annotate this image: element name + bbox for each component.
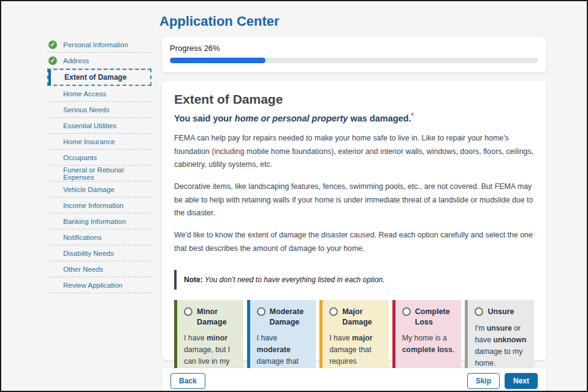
sidebar-item-label: Review Application bbox=[63, 282, 123, 289]
sidebar-item-label: Address bbox=[63, 57, 89, 64]
sidebar-item-vehicle-damage[interactable]: Vehicle Damage bbox=[47, 182, 151, 198]
sidebar-item-home-insurance[interactable]: Home Insurance bbox=[47, 134, 151, 150]
sidebar-item-other-needs[interactable]: Other Needs bbox=[47, 261, 151, 277]
option-description: My home is a complete loss. bbox=[402, 332, 455, 356]
footer-right-buttons: Skip Next bbox=[467, 373, 538, 389]
sidebar-item-funeral-or-reburial-expenses[interactable]: Funeral or Reburial Expenses bbox=[47, 166, 151, 182]
progress-panel: Progress 26% bbox=[162, 37, 546, 72]
radio-button-icon[interactable] bbox=[184, 307, 193, 316]
sidebar-item-label: Other Needs bbox=[63, 266, 103, 273]
back-button[interactable]: Back bbox=[170, 373, 205, 389]
sidebar-item-essential-utilities[interactable]: Essential Utilities bbox=[47, 118, 151, 134]
sidebar-item-home-access[interactable]: Home Access bbox=[47, 86, 151, 102]
radio-button-icon[interactable] bbox=[329, 307, 338, 316]
radio-button-icon[interactable] bbox=[402, 307, 411, 316]
application-window: Application Center ✓Personal Information… bbox=[0, 0, 588, 392]
sidebar-item-label: Home Insurance bbox=[63, 138, 115, 145]
paragraph: FEMA can help pay for repairs needed to … bbox=[174, 132, 534, 172]
sidebar-item-personal-information[interactable]: ✓Personal Information bbox=[47, 37, 151, 53]
option-header: Complete Loss bbox=[402, 307, 455, 327]
sidebar-item-label: Banking Information bbox=[63, 218, 126, 225]
page-title: Application Center bbox=[159, 13, 280, 29]
sidebar-item-label: Notifications bbox=[63, 234, 102, 241]
progress-bar-fill bbox=[170, 58, 265, 63]
paragraph: We'd like to know the extent of damage t… bbox=[174, 229, 534, 255]
required-asterisk: * bbox=[411, 112, 414, 119]
sidebar-item-extent-of-damage[interactable]: Extent of Damage bbox=[47, 69, 151, 86]
sidebar-item-review-application[interactable]: Review Application bbox=[47, 277, 151, 293]
sidebar-item-label: Home Access bbox=[63, 90, 106, 98]
skip-button[interactable]: Skip bbox=[467, 373, 500, 389]
sidebar-item-label: Vehicle Damage bbox=[63, 186, 115, 193]
sidebar-item-label: Income Information bbox=[63, 202, 123, 209]
sidebar-item-label: Serious Needs bbox=[63, 106, 109, 113]
sidebar-item-label: Essential Utilities bbox=[63, 122, 116, 129]
sidebar-item-label: Disability Needs bbox=[63, 250, 113, 257]
radio-button-icon[interactable] bbox=[475, 307, 483, 316]
option-header: Unsure bbox=[475, 307, 527, 317]
sidebar-item-address[interactable]: ✓Address bbox=[47, 53, 151, 69]
option-title: Moderate Damage bbox=[270, 307, 310, 327]
section-heading: Extent of Damage bbox=[174, 92, 534, 107]
question-subtitle: You said your home or personal property … bbox=[174, 112, 534, 123]
progress-bar-track bbox=[170, 58, 538, 63]
sidebar-item-serious-needs[interactable]: Serious Needs bbox=[47, 102, 151, 118]
extent-of-damage-panel: Extent of Damage You said your home or p… bbox=[162, 81, 546, 360]
option-title: Complete Loss bbox=[415, 307, 455, 327]
option-title: Major Damage bbox=[342, 307, 382, 327]
progress-label: Progress 26% bbox=[170, 44, 538, 53]
option-title: Unsure bbox=[487, 307, 514, 317]
check-circle-icon: ✓ bbox=[48, 40, 57, 49]
subtitle-suffix: was damaged. bbox=[348, 113, 411, 123]
sidebar-item-income-information[interactable]: Income Information bbox=[47, 198, 151, 213]
sidebar-item-label: Personal Information bbox=[63, 41, 128, 48]
option-description: I'm unsure or have unknown damage to my … bbox=[475, 323, 527, 369]
footer-actions: Back Skip Next bbox=[162, 368, 546, 392]
sidebar-item-occupants[interactable]: Occupants bbox=[47, 150, 151, 166]
sidebar-item-notifications[interactable]: Notifications bbox=[47, 229, 151, 245]
note-label: Note: bbox=[184, 275, 203, 284]
option-header: Moderate Damage bbox=[257, 307, 310, 327]
option-header: Minor Damage bbox=[184, 307, 237, 327]
check-circle-icon: ✓ bbox=[48, 56, 57, 65]
sidebar-item-label: Funeral or Reburial Expenses bbox=[63, 166, 151, 181]
sidebar-item-label: Extent of Damage bbox=[64, 73, 126, 82]
option-title: Minor Damage bbox=[197, 307, 237, 327]
sidebar-item-banking-information[interactable]: Banking Information bbox=[47, 213, 151, 229]
option-header: Major Damage bbox=[329, 307, 382, 327]
sidebar-item-disability-needs[interactable]: Disability Needs bbox=[47, 245, 151, 261]
note-text: You don't need to have everything listed… bbox=[203, 275, 385, 284]
subtitle-italic: home or personal property bbox=[235, 113, 348, 123]
sidebar-nav: ✓Personal Information✓AddressExtent of D… bbox=[47, 37, 151, 293]
next-button[interactable]: Next bbox=[505, 373, 538, 389]
radio-button-icon[interactable] bbox=[257, 307, 265, 316]
sidebar-item-label: Occupants bbox=[63, 154, 97, 161]
paragraph: Decorative items, like landscaping featu… bbox=[174, 180, 534, 220]
subtitle-prefix: You said your bbox=[174, 113, 235, 123]
note-callout: Note: You don't need to have everything … bbox=[174, 270, 534, 290]
